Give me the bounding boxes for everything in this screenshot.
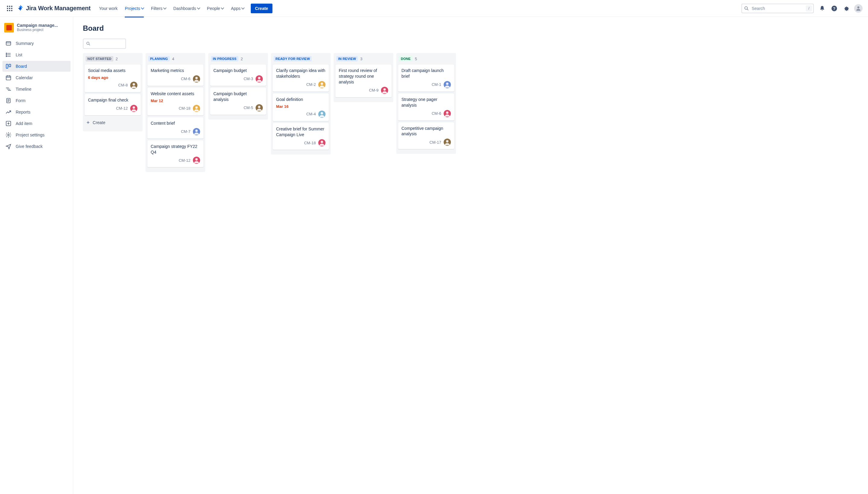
card-date: Mar 16	[276, 104, 326, 109]
card[interactable]: Clarify campaign idea with stakeholdersC…	[273, 64, 329, 92]
card-key[interactable]: CM-12	[179, 158, 190, 163]
card[interactable]: Creative brief for Summer Campaign LiveC…	[273, 123, 329, 150]
card[interactable]: Draft campaign launch briefCM-1	[398, 64, 454, 92]
card[interactable]: Campaign budget analysisCM-5	[210, 88, 266, 115]
card[interactable]: Campaign strategy FY22 Q4CM-12	[147, 140, 203, 168]
sidebar-item-give-feedback[interactable]: Give feedback	[2, 141, 71, 152]
column-title[interactable]: READY FOR REVIEW	[274, 56, 312, 61]
svg-point-32	[133, 83, 135, 86]
assignee-avatar[interactable]	[130, 82, 137, 89]
feedback-icon	[5, 144, 12, 149]
svg-point-11	[6, 55, 7, 55]
card[interactable]: Website content assetsMar 12CM-18	[147, 88, 203, 115]
sidebar-item-timeline[interactable]: Timeline	[2, 84, 71, 95]
card-title: Campaign final check	[88, 97, 137, 103]
card[interactable]: Social media assets6 days agoCM-8	[85, 64, 141, 92]
sidebar-item-calendar[interactable]: Calendar	[2, 72, 71, 83]
create-button[interactable]: Create	[251, 4, 273, 13]
assignee-avatar[interactable]	[193, 75, 200, 82]
card-key[interactable]: CM-2	[306, 82, 316, 87]
card-key[interactable]: CM-17	[429, 140, 441, 145]
assignee-avatar[interactable]	[256, 75, 263, 82]
sidebar-item-list[interactable]: List	[2, 50, 71, 60]
sidebar-item-add-item[interactable]: Add item	[2, 118, 71, 129]
svg-line-1	[747, 9, 749, 10]
card-key[interactable]: CM-9	[369, 88, 378, 93]
card-key[interactable]: CM-18	[179, 106, 190, 111]
product-logo[interactable]: Jira Work Management	[17, 4, 91, 12]
create-card-button[interactable]: +Create	[85, 117, 141, 128]
sidebar-item-board[interactable]: Board	[2, 61, 71, 72]
nav-label: Dashboards	[173, 6, 196, 11]
column-count: 3	[360, 57, 362, 61]
assignee-avatar[interactable]	[444, 138, 451, 146]
card-key[interactable]: CM-6	[431, 111, 441, 116]
assignee-avatar[interactable]	[318, 139, 326, 146]
column-title[interactable]: IN REVIEW	[336, 56, 358, 61]
nav-item-apps[interactable]: Apps	[228, 4, 247, 13]
nav-item-your-work[interactable]: Your work	[96, 4, 121, 13]
assignee-avatar[interactable]	[193, 157, 200, 164]
timeline-icon	[5, 86, 12, 92]
app-switcher[interactable]	[5, 4, 15, 13]
nav-item-projects[interactable]: Projects	[122, 4, 147, 13]
sidebar-item-summary[interactable]: Summary	[2, 38, 71, 49]
board-search[interactable]	[83, 39, 126, 49]
svg-rect-13	[6, 64, 8, 68]
sidebar-item-label: Timeline	[16, 87, 31, 92]
search-input[interactable]	[741, 4, 814, 13]
nav-item-people[interactable]: People	[204, 4, 227, 13]
project-type: Business project	[17, 28, 58, 32]
nav-label: Filters	[151, 6, 163, 11]
profile-button[interactable]	[853, 4, 863, 13]
card-key[interactable]: CM-5	[243, 106, 253, 110]
column-title[interactable]: PLANNING	[148, 56, 170, 61]
column-title[interactable]: IN PROGRESS	[211, 56, 238, 61]
column-title[interactable]: DONE	[399, 56, 412, 61]
card-key[interactable]: CM-6	[181, 77, 190, 81]
assignee-avatar[interactable]	[318, 81, 326, 88]
sidebar-item-form[interactable]: Form	[2, 95, 71, 106]
chevron-down-icon	[163, 6, 166, 10]
settings-button[interactable]	[842, 4, 851, 13]
notifications-button[interactable]	[817, 4, 827, 13]
assignee-avatar[interactable]	[193, 105, 200, 112]
svg-point-35	[195, 106, 198, 109]
sidebar-item-project-settings[interactable]: Project settings	[2, 130, 71, 140]
assignee-avatar[interactable]	[444, 81, 451, 88]
column-title[interactable]: NOT STARTED	[86, 56, 113, 61]
card[interactable]: Campaign final checkCM-12	[85, 94, 141, 115]
card-key[interactable]: CM-8	[118, 83, 128, 87]
assignee-avatar[interactable]	[130, 105, 137, 112]
card-key[interactable]: CM-7	[181, 129, 190, 134]
svg-point-0	[745, 7, 747, 10]
nav-item-filters[interactable]: Filters	[148, 4, 169, 13]
assignee-avatar[interactable]	[444, 110, 451, 117]
card[interactable]: Content briefCM-7	[147, 117, 203, 138]
sidebar-item-reports[interactable]: Reports	[2, 107, 71, 117]
card[interactable]: Campaign budgetCM-3	[210, 64, 266, 86]
assignee-avatar[interactable]	[318, 111, 326, 118]
card[interactable]: Goal definitionMar 16CM-4	[273, 93, 329, 121]
assignee-avatar[interactable]	[256, 104, 263, 111]
card[interactable]: Strategy one pager analysisCM-6	[398, 93, 454, 120]
card-key[interactable]: CM-4	[306, 112, 316, 116]
card[interactable]: First round review of strategy round one…	[335, 64, 391, 97]
card-key[interactable]: CM-12	[116, 106, 128, 111]
project-header[interactable]: Campaign manage... Business project	[2, 23, 71, 38]
board-search-input[interactable]	[93, 41, 123, 46]
apps-grid-icon	[7, 6, 12, 11]
card-key[interactable]: CM-3	[243, 77, 253, 81]
card[interactable]: Marketing metricsCM-6	[147, 64, 203, 86]
card-title: Marketing metrics	[151, 68, 200, 74]
assignee-avatar[interactable]	[193, 128, 200, 135]
nav-item-dashboards[interactable]: Dashboards	[170, 4, 203, 13]
card-key[interactable]: CM-1	[431, 82, 441, 87]
nav-label: Your work	[99, 6, 118, 11]
help-button[interactable]: ?	[829, 4, 839, 13]
card-key[interactable]: CM-18	[304, 141, 316, 145]
card[interactable]: Competitive campaign analysisCM-17	[398, 122, 454, 149]
assignee-avatar[interactable]	[381, 87, 388, 94]
search-icon	[744, 6, 749, 11]
search-shortcut-badge: /	[806, 5, 812, 12]
